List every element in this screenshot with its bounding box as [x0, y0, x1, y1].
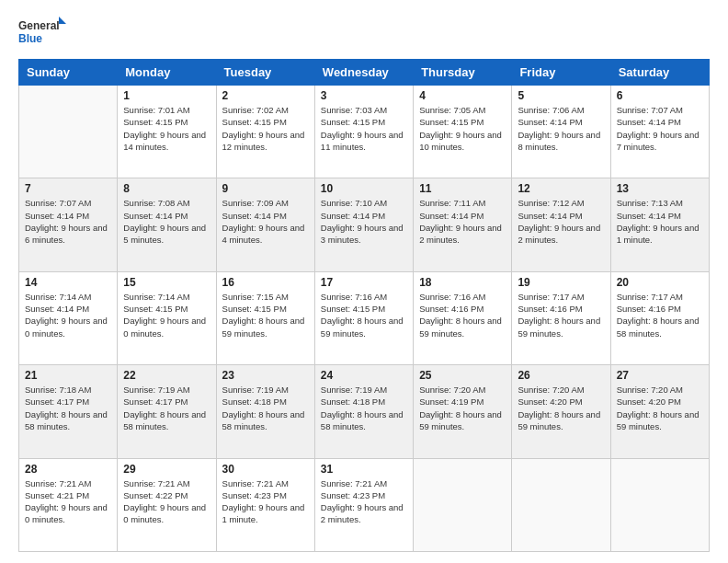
- day-number: 3: [321, 89, 407, 102]
- day-info: Sunrise: 7:21 AMSunset: 4:23 PMDaylight:…: [222, 477, 309, 526]
- day-number: 8: [123, 182, 210, 195]
- day-number: 12: [518, 182, 604, 195]
- day-number: 26: [518, 369, 604, 382]
- day-info: Sunrise: 7:20 AMSunset: 4:20 PMDaylight:…: [518, 384, 604, 432]
- day-info: Sunrise: 7:02 AMSunset: 4:15 PMDaylight:…: [222, 104, 309, 153]
- calendar-cell: 20Sunrise: 7:17 AMSunset: 4:16 PMDayligh…: [610, 271, 709, 364]
- day-info: Sunrise: 7:20 AMSunset: 4:19 PMDaylight:…: [419, 384, 506, 432]
- day-number: 22: [123, 369, 210, 382]
- day-info: Sunrise: 7:08 AMSunset: 4:14 PMDaylight:…: [123, 197, 210, 246]
- calendar-cell: 24Sunrise: 7:19 AMSunset: 4:18 PMDayligh…: [314, 365, 413, 458]
- calendar-cell: 16Sunrise: 7:15 AMSunset: 4:15 PMDayligh…: [216, 271, 314, 364]
- calendar-cell: 9Sunrise: 7:09 AMSunset: 4:14 PMDaylight…: [216, 178, 314, 271]
- day-number: 27: [617, 369, 703, 382]
- day-number: 31: [321, 463, 407, 476]
- day-info: Sunrise: 7:14 AMSunset: 4:14 PMDaylight:…: [25, 291, 111, 339]
- weekday-header: Tuesday: [216, 60, 314, 86]
- calendar-table: SundayMondayTuesdayWednesdayThursdayFrid…: [18, 59, 710, 552]
- svg-text:Blue: Blue: [18, 32, 42, 45]
- calendar-cell: 10Sunrise: 7:10 AMSunset: 4:14 PMDayligh…: [314, 178, 413, 271]
- calendar-cell: 11Sunrise: 7:11 AMSunset: 4:14 PMDayligh…: [414, 178, 512, 271]
- calendar-cell: 21Sunrise: 7:18 AMSunset: 4:17 PMDayligh…: [19, 365, 118, 458]
- logo: General Blue: [18, 15, 70, 52]
- day-info: Sunrise: 7:05 AMSunset: 4:15 PMDaylight:…: [419, 104, 506, 153]
- calendar-cell: 30Sunrise: 7:21 AMSunset: 4:23 PMDayligh…: [216, 458, 314, 551]
- calendar-cell: 14Sunrise: 7:14 AMSunset: 4:14 PMDayligh…: [19, 271, 118, 364]
- day-number: 17: [321, 276, 407, 289]
- calendar-cell: [512, 458, 610, 551]
- day-info: Sunrise: 7:19 AMSunset: 4:17 PMDaylight:…: [123, 384, 210, 432]
- calendar-cell: [19, 86, 118, 178]
- day-number: 4: [419, 89, 506, 102]
- day-number: 20: [617, 276, 703, 289]
- calendar-cell: 29Sunrise: 7:21 AMSunset: 4:22 PMDayligh…: [118, 458, 216, 551]
- calendar-cell: 27Sunrise: 7:20 AMSunset: 4:20 PMDayligh…: [610, 365, 709, 458]
- day-info: Sunrise: 7:17 AMSunset: 4:16 PMDaylight:…: [518, 291, 604, 339]
- day-info: Sunrise: 7:03 AMSunset: 4:15 PMDaylight:…: [321, 104, 407, 153]
- calendar-cell: 8Sunrise: 7:08 AMSunset: 4:14 PMDaylight…: [118, 178, 216, 271]
- day-number: 7: [25, 182, 111, 195]
- day-number: 13: [617, 182, 703, 195]
- calendar-cell: 2Sunrise: 7:02 AMSunset: 4:15 PMDaylight…: [216, 86, 314, 178]
- day-number: 16: [222, 276, 309, 289]
- day-number: 24: [321, 369, 407, 382]
- weekday-header: Sunday: [19, 60, 118, 86]
- day-info: Sunrise: 7:17 AMSunset: 4:16 PMDaylight:…: [617, 291, 703, 339]
- day-number: 15: [123, 276, 210, 289]
- calendar-cell: 17Sunrise: 7:16 AMSunset: 4:15 PMDayligh…: [314, 271, 413, 364]
- day-number: 5: [518, 89, 604, 102]
- header: General Blue: [18, 15, 710, 52]
- day-number: 9: [222, 182, 309, 195]
- calendar-cell: 12Sunrise: 7:12 AMSunset: 4:14 PMDayligh…: [512, 178, 610, 271]
- day-number: 18: [419, 276, 506, 289]
- calendar-cell: 22Sunrise: 7:19 AMSunset: 4:17 PMDayligh…: [118, 365, 216, 458]
- calendar-cell: 5Sunrise: 7:06 AMSunset: 4:14 PMDaylight…: [512, 86, 610, 178]
- day-info: Sunrise: 7:06 AMSunset: 4:14 PMDaylight:…: [518, 104, 604, 153]
- day-info: Sunrise: 7:18 AMSunset: 4:17 PMDaylight:…: [25, 384, 111, 432]
- day-number: 11: [419, 182, 506, 195]
- day-number: 2: [222, 89, 309, 102]
- day-info: Sunrise: 7:21 AMSunset: 4:23 PMDaylight:…: [321, 477, 407, 526]
- calendar-cell: 4Sunrise: 7:05 AMSunset: 4:15 PMDaylight…: [414, 86, 512, 178]
- day-info: Sunrise: 7:01 AMSunset: 4:15 PMDaylight:…: [123, 104, 210, 153]
- day-number: 6: [617, 89, 703, 102]
- calendar-cell: 28Sunrise: 7:21 AMSunset: 4:21 PMDayligh…: [19, 458, 118, 551]
- day-info: Sunrise: 7:16 AMSunset: 4:16 PMDaylight:…: [419, 291, 506, 339]
- day-info: Sunrise: 7:15 AMSunset: 4:15 PMDaylight:…: [222, 291, 309, 339]
- day-info: Sunrise: 7:14 AMSunset: 4:15 PMDaylight:…: [123, 291, 210, 339]
- day-info: Sunrise: 7:21 AMSunset: 4:22 PMDaylight:…: [123, 477, 210, 526]
- day-info: Sunrise: 7:19 AMSunset: 4:18 PMDaylight:…: [222, 384, 309, 432]
- calendar-cell: 3Sunrise: 7:03 AMSunset: 4:15 PMDaylight…: [314, 86, 413, 178]
- day-info: Sunrise: 7:07 AMSunset: 4:14 PMDaylight:…: [25, 197, 111, 246]
- day-info: Sunrise: 7:19 AMSunset: 4:18 PMDaylight:…: [321, 384, 407, 432]
- page: General Blue SundayMondayTuesdayWednesda…: [0, 0, 728, 563]
- calendar-cell: 13Sunrise: 7:13 AMSunset: 4:14 PMDayligh…: [610, 178, 709, 271]
- day-number: 21: [25, 369, 111, 382]
- day-number: 14: [25, 276, 111, 289]
- weekday-header: Friday: [512, 60, 610, 86]
- day-info: Sunrise: 7:10 AMSunset: 4:14 PMDaylight:…: [321, 197, 407, 246]
- calendar-cell: [414, 458, 512, 551]
- day-number: 23: [222, 369, 309, 382]
- day-number: 25: [419, 369, 506, 382]
- day-info: Sunrise: 7:07 AMSunset: 4:14 PMDaylight:…: [617, 104, 703, 153]
- calendar-cell: 6Sunrise: 7:07 AMSunset: 4:14 PMDaylight…: [610, 86, 709, 178]
- calendar-cell: 23Sunrise: 7:19 AMSunset: 4:18 PMDayligh…: [216, 365, 314, 458]
- weekday-header: Thursday: [414, 60, 512, 86]
- day-number: 10: [321, 182, 407, 195]
- day-number: 28: [25, 463, 111, 476]
- svg-marker-2: [59, 17, 66, 24]
- calendar-cell: 26Sunrise: 7:20 AMSunset: 4:20 PMDayligh…: [512, 365, 610, 458]
- day-info: Sunrise: 7:16 AMSunset: 4:15 PMDaylight:…: [321, 291, 407, 339]
- weekday-header: Wednesday: [314, 60, 413, 86]
- weekday-header: Monday: [118, 60, 216, 86]
- calendar-cell: 19Sunrise: 7:17 AMSunset: 4:16 PMDayligh…: [512, 271, 610, 364]
- calendar-cell: 7Sunrise: 7:07 AMSunset: 4:14 PMDaylight…: [19, 178, 118, 271]
- day-info: Sunrise: 7:11 AMSunset: 4:14 PMDaylight:…: [419, 197, 506, 246]
- day-info: Sunrise: 7:13 AMSunset: 4:14 PMDaylight:…: [617, 197, 703, 246]
- logo-svg: General Blue: [18, 15, 70, 52]
- day-number: 30: [222, 463, 309, 476]
- calendar-cell: 25Sunrise: 7:20 AMSunset: 4:19 PMDayligh…: [414, 365, 512, 458]
- day-number: 29: [123, 463, 210, 476]
- calendar-cell: [610, 458, 709, 551]
